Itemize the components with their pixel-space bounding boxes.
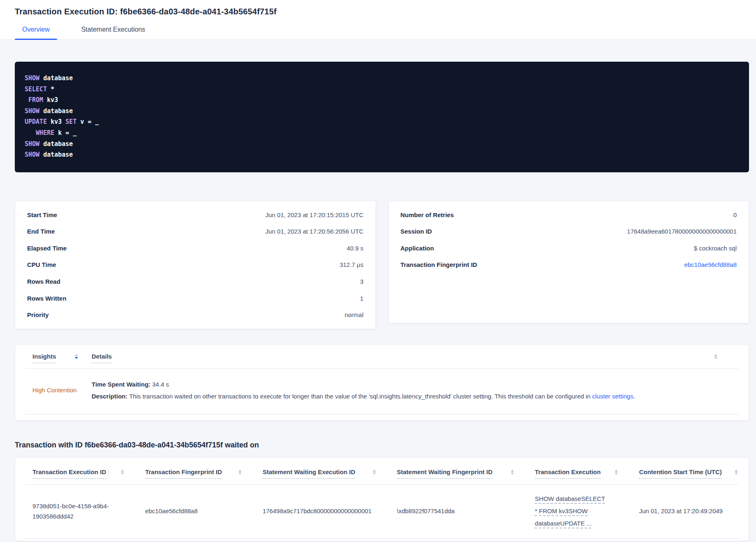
summary-label: End Time: [27, 228, 55, 235]
timing-summary-card: Start Time Jun 01, 2023 at 17:20:15:2015…: [15, 201, 376, 329]
sql-line: SHOW database: [25, 73, 739, 84]
sql-line: WHERE k = _: [25, 127, 739, 139]
column-label[interactable]: Statement Waiting Fingerprint ID: [397, 468, 493, 479]
summary-label: Start Time: [27, 211, 57, 218]
sql-line: FROM kv3: [25, 95, 739, 106]
time-spent-waiting-value: 34.4 s: [150, 381, 169, 388]
summary-label: Rows Written: [27, 295, 67, 302]
column-header-transaction-execution: Transaction Execution: [528, 468, 632, 479]
tab-overview[interactable]: Overview: [15, 26, 57, 39]
cell-transaction-fingerprint-id: ebc10ae56cfd88a8: [138, 506, 255, 516]
sort-icon[interactable]: [735, 468, 738, 475]
sql-token: UPDATE: [25, 118, 47, 125]
column-label[interactable]: Contention Start Time (UTC): [639, 468, 721, 479]
sort-icon[interactable]: [373, 468, 376, 475]
cell-statement-waiting-execution-id: 176498a9c717bdc80000000000000001: [255, 506, 390, 516]
summary-row: CPU Time 312.7 µs: [15, 257, 376, 273]
sql-token: [25, 96, 28, 104]
waited-on-table-card: Transaction Execution ID Transaction Fin…: [15, 457, 749, 541]
column-header-statement-waiting-fingerprint-id: Statement Waiting Fingerprint ID: [390, 468, 528, 479]
sql-token: kv3: [47, 118, 65, 125]
column-header-transaction-execution-id: Transaction Execution ID: [25, 468, 138, 479]
insight-row: High Contention Time Spent Waiting: 34.4…: [25, 369, 739, 415]
summary-value: $ cockroach sql: [694, 245, 737, 252]
sort-icon[interactable]: [714, 353, 717, 359]
sql-token: v = _: [76, 118, 99, 125]
waited-on-table-header: Transaction Execution ID Transaction Fin…: [25, 458, 739, 485]
sql-token: SHOW: [25, 151, 39, 158]
details-column-label[interactable]: Details: [92, 353, 112, 363]
summary-label: CPU Time: [27, 261, 56, 268]
details-column-header: Details: [92, 353, 714, 363]
time-spent-waiting-label: Time Spent Waiting:: [92, 381, 150, 388]
sql-token: SHOW: [25, 140, 39, 148]
insights-table-card: Insights Details High Contention Time Sp…: [15, 344, 749, 421]
column-label[interactable]: Transaction Execution: [535, 468, 601, 479]
sql-token: database: [39, 107, 73, 115]
summary-label: Elapsed Time: [27, 245, 67, 252]
summary-row: End Time Jun 01, 2023 at 17:20:56:2056 U…: [15, 223, 376, 240]
page-content: SHOW databaseSELECT * FROM kv3SHOW datab…: [0, 62, 756, 541]
summary-value: 17648a9eea6017800000000000000001: [627, 228, 737, 235]
sql-token: SHOW: [25, 74, 39, 82]
column-label[interactable]: Statement Waiting Execution ID: [263, 468, 355, 479]
summary-row: Start Time Jun 01, 2023 at 17:20:15:2015…: [15, 206, 376, 223]
sort-icon[interactable]: [75, 353, 78, 359]
sort-icon[interactable]: [238, 468, 242, 475]
summary-value: 312.7 µs: [340, 261, 364, 268]
sql-token: [25, 129, 36, 137]
sql-token: database: [39, 140, 73, 148]
sql-line: SHOW database: [25, 106, 739, 117]
sql-token: database: [39, 74, 73, 82]
summary-value: 1: [360, 295, 363, 302]
cell-contention-start-time: Jun 01, 2023 at 17:20:49:2049: [632, 506, 739, 516]
transaction-fingerprint-link[interactable]: ebc10ae56cfd88a8: [684, 261, 737, 268]
column-label[interactable]: Transaction Fingerprint ID: [145, 468, 222, 479]
summary-cards: Start Time Jun 01, 2023 at 17:20:15:2015…: [15, 201, 749, 329]
waited-on-heading: Transaction with ID f6be6366-da03-48de-a…: [15, 441, 749, 449]
sql-token: FROM: [28, 96, 43, 104]
insights-column-label[interactable]: Insights: [32, 353, 56, 363]
cell-statement-waiting-fingerprint-id: \xdb8922f077541dda: [390, 506, 528, 516]
sort-icon[interactable]: [511, 468, 514, 475]
page-title: Transaction Execution ID: f6be6366-da03-…: [15, 7, 741, 16]
tab-bar: Overview Statement Executions: [15, 26, 741, 39]
column-header-contention-start-time: Contention Start Time (UTC): [632, 468, 739, 479]
summary-row: Application $ cockroach sql: [389, 240, 749, 257]
session-summary-card: Number of Retries 0 Session ID 17648a9ee…: [388, 201, 749, 323]
sql-line: SHOW database: [25, 149, 739, 160]
cluster-settings-link[interactable]: cluster settings: [592, 393, 633, 400]
sql-token: k = _: [54, 129, 76, 137]
sql-statements-box: SHOW databaseSELECT * FROM kv3SHOW datab…: [15, 62, 749, 172]
sort-icon[interactable]: [121, 468, 124, 475]
summary-value: Jun 01, 2023 at 17:20:56:2056 UTC: [265, 228, 364, 235]
summary-label: Priority: [27, 311, 49, 318]
summary-value: Jun 01, 2023 at 17:20:15:2015 UTC: [265, 211, 364, 218]
insights-column-header: Insights: [25, 353, 92, 363]
description-text: This transaction waited on other transac…: [128, 393, 592, 400]
summary-row: Rows Written 1: [15, 290, 376, 307]
sql-line: SELECT *: [25, 84, 739, 95]
insights-table-header: Insights Details: [25, 345, 739, 369]
page-header: Transaction Execution ID: f6be6366-da03-…: [0, 0, 756, 40]
summary-label: Application: [401, 245, 434, 252]
tab-statement-executions[interactable]: Statement Executions: [74, 26, 153, 39]
column-label[interactable]: Transaction Execution ID: [32, 468, 106, 479]
table-row: 9738d051-bc0e-4158-a9b4-1903586ddd42 ebc…: [25, 485, 739, 539]
sql-token: *: [47, 86, 54, 93]
sql-line: UPDATE kv3 SET v = _: [25, 116, 739, 127]
summary-label: Rows Read: [27, 278, 60, 285]
summary-row: Rows Read 3: [15, 273, 376, 290]
description-label: Description:: [92, 393, 128, 400]
summary-row: Transaction Fingerprint ID ebc10ae56cfd8…: [389, 257, 749, 273]
sql-token: database: [39, 151, 73, 158]
sql-token: WHERE: [36, 129, 54, 137]
time-spent-waiting: Time Spent Waiting: 34.4 s: [92, 378, 739, 390]
summary-value: normal: [345, 311, 364, 318]
sql-line: SHOW database: [25, 139, 739, 150]
transaction-execution-link[interactable]: SHOW databaseSELECT * FROM kv3SHOW datab…: [535, 493, 606, 530]
summary-value: 3: [360, 278, 363, 285]
description-period: .: [633, 393, 635, 400]
insight-description: Description: This transaction waited on …: [92, 390, 739, 402]
sort-icon[interactable]: [615, 468, 618, 475]
